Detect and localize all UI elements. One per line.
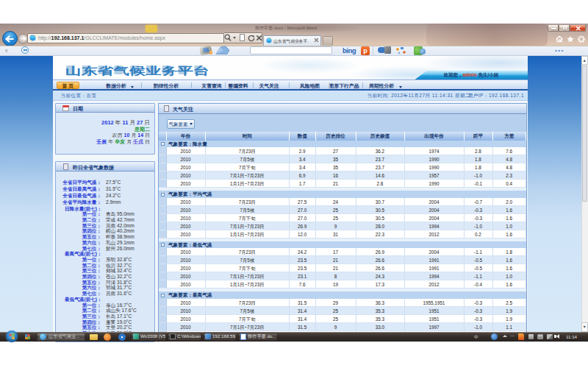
svg-text:山东省气候业务平台: 山东省气候业务平台 [65, 64, 209, 76]
